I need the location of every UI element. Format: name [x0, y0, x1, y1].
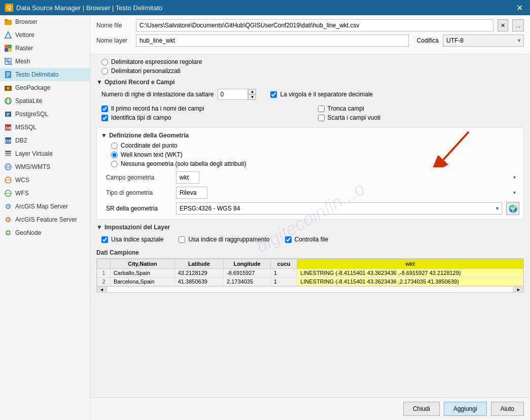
delimitatori-personalizzati-label: Delimitatori personalizzati: [111, 67, 181, 75]
nessuna-geo-radio[interactable]: [111, 161, 118, 167]
record-options-section: ▼ Opzioni Record e Campi Numero di righe…: [96, 79, 524, 123]
title-bar: Q Data Source Manager | Browser | Testo …: [0, 0, 530, 15]
sidebar-item-mssql[interactable]: DB MSSQL: [0, 121, 90, 134]
delimitatori-personalizzati-row: Delimitatori personalizzati: [101, 67, 524, 75]
identifica-tipi-checkbox[interactable]: [101, 115, 108, 121]
delimitatori-personalizzati-radio[interactable]: [101, 68, 108, 75]
chiudi-button[interactable]: Chiudi: [403, 402, 440, 416]
wms-icon: [4, 163, 12, 171]
wkt-radio[interactable]: [111, 152, 118, 158]
col-header-city: City,Nation: [110, 259, 174, 269]
sidebar-item-geopackage[interactable]: GeoPackage: [0, 81, 90, 94]
tipo-geo-select[interactable]: Rileva: [176, 187, 207, 199]
sidebar-label-wfs: WFS: [15, 190, 29, 197]
sidebar-item-spatialite[interactable]: SpatiaLite: [0, 94, 90, 108]
close-button[interactable]: ✕: [514, 3, 525, 13]
browse-file-button[interactable]: ...: [512, 19, 524, 31]
virgola-sep-checkbox[interactable]: [270, 91, 277, 98]
identifica-tipi-row: Identifica tipi di campo: [101, 114, 308, 121]
campo-geo-label: Campo geometria: [106, 174, 172, 181]
sidebar-item-layer-virtuale[interactable]: Layer Virtuale: [0, 147, 90, 160]
record-options-header[interactable]: ▼ Opzioni Record e Campi: [96, 79, 524, 86]
sidebar-label-mesh: Mesh: [15, 58, 30, 65]
sidebar-item-wcs[interactable]: WCS: [0, 173, 90, 187]
usa-indice-spaziale-checkbox[interactable]: [101, 236, 108, 243]
tronca-campi-label: Tronca campi: [328, 105, 364, 112]
col-header-wkt: wkt: [297, 259, 523, 269]
delimitatori-section: Delimitatore espressione regolare Delimi…: [96, 58, 524, 75]
geometria-header[interactable]: ▼ Definizione della Geometria: [101, 132, 519, 139]
row-num-1: 1: [97, 269, 111, 277]
campo-geo-select[interactable]: wkt: [176, 171, 199, 184]
num-header-label: Numero di righe di intestazione da salta…: [101, 91, 214, 98]
cell-lat-1: 43.2128129: [174, 269, 223, 277]
coord-punto-radio[interactable]: [111, 143, 118, 149]
geopackage-icon: [4, 84, 12, 92]
aiuto-button[interactable]: Aiuto: [491, 402, 524, 416]
top-fields: Nome file ✕ ... Nome layer Codifica UTF-…: [90, 15, 530, 54]
sidebar-item-browser[interactable]: Browser: [0, 15, 90, 28]
svg-rect-27: [5, 155, 11, 156]
cell-wkt-2: LINESTRING (-8.4115401 43.3623436 ,2.173…: [297, 277, 523, 286]
col-header-latitude: Latitude: [174, 259, 223, 269]
record-options-title: Opzioni Record e Campi: [104, 79, 175, 86]
nome-layer-input[interactable]: [136, 34, 409, 47]
layer-settings-header[interactable]: ▼ Impostazioni del Layer: [96, 224, 524, 231]
sidebar-item-wms-wmts[interactable]: WMS/WMTS: [0, 160, 90, 173]
coord-punto-label: Coordinate del punto: [121, 142, 177, 149]
identifica-tipi-label: Identifica tipi di campo: [111, 114, 171, 121]
primo-record-checkbox[interactable]: [101, 106, 108, 112]
nome-file-input[interactable]: [136, 19, 493, 31]
svg-rect-6: [8, 48, 12, 52]
svg-rect-28: [5, 151, 11, 152]
sidebar-item-raster[interactable]: Raster: [0, 42, 90, 55]
sample-table-wrap: City,Nation Latitude Longitude cucu wkt …: [96, 258, 524, 293]
controlla-file-checkbox[interactable]: [285, 236, 292, 243]
cell-lat-2: 41.3850639: [174, 277, 223, 286]
cell-city-1: Carballo,Spain: [110, 269, 174, 277]
db2-icon: DB: [4, 136, 12, 145]
sidebar-item-mesh[interactable]: Mesh: [0, 55, 90, 68]
sidebar-item-arcgis-map[interactable]: ArcGIS Map Server: [0, 200, 90, 213]
svg-point-41: [8, 219, 9, 221]
sidebar-item-vettore[interactable]: Vettore: [0, 28, 90, 42]
mesh-icon: [4, 57, 12, 65]
clear-file-button[interactable]: ✕: [498, 19, 508, 31]
sidebar-item-geonode[interactable]: GeoNode: [0, 226, 90, 239]
svg-marker-2: [5, 32, 11, 38]
globe-button[interactable]: 🌍: [506, 202, 519, 215]
usa-indice-raggruppamento-checkbox[interactable]: [179, 236, 185, 243]
usa-indice-raggruppamento-row: Usa indice di raggruppamento: [179, 236, 269, 243]
tipo-geo-label: Tipo di geometria: [106, 189, 172, 196]
sidebar-item-db2[interactable]: DB DB2: [0, 134, 90, 147]
svg-rect-19: [5, 112, 11, 117]
sample-table: City,Nation Latitude Longitude cucu wkt …: [97, 259, 523, 286]
bottom-buttons: Chiudi Aggiungi Aiuto: [90, 397, 530, 420]
scarta-vuoti-checkbox[interactable]: [318, 115, 325, 121]
sidebar-item-postgresql[interactable]: PostgreSQL: [0, 108, 90, 121]
encoding-label: Codifica: [417, 37, 439, 44]
campo-geo-row: Campo geometria wkt: [106, 171, 519, 184]
spin-up-btn[interactable]: ▲: [248, 89, 256, 94]
aggiungi-button[interactable]: Aggiungi: [444, 402, 487, 416]
sidebar-label-wcs: WCS: [15, 177, 29, 184]
sidebar-label-postgresql: PostgreSQL: [15, 111, 48, 118]
usa-indice-spaziale-label: Usa indice spaziale: [111, 236, 163, 243]
encoding-select[interactable]: UTF-8: [443, 34, 524, 47]
title-text: Data Source Manager | Browser | Testo De…: [16, 4, 162, 12]
spin-down-btn[interactable]: ▼: [248, 94, 256, 100]
tronca-campi-checkbox[interactable]: [318, 106, 325, 112]
layer-settings-section: ▼ Impostazioni del Layer Usa indice spaz…: [96, 224, 524, 245]
num-header-input[interactable]: [218, 89, 248, 100]
svg-text:DB: DB: [5, 138, 12, 144]
sidebar-label-vettore: Vettore: [15, 31, 34, 39]
layer-virtuale-icon: [4, 150, 12, 158]
nessuna-geo-row: Nessuna geometria (solo tabella degli at…: [111, 160, 519, 167]
table-row: 2 Barcelona,Spain 41.3850639 2.1734035 1…: [97, 277, 523, 286]
sr-select[interactable]: EPSG:4326 - WGS 84: [176, 202, 502, 215]
delimitatore-espressione-radio[interactable]: [101, 59, 108, 65]
sidebar-item-testo-delimitato[interactable]: Testo Delimitato: [0, 68, 90, 81]
usa-indice-raggruppamento-label: Usa indice di raggruppamento: [188, 236, 269, 243]
sidebar-item-wfs[interactable]: WFS: [0, 187, 90, 200]
sidebar-item-arcgis-feature[interactable]: ArcGIS Feature Server: [0, 213, 90, 226]
